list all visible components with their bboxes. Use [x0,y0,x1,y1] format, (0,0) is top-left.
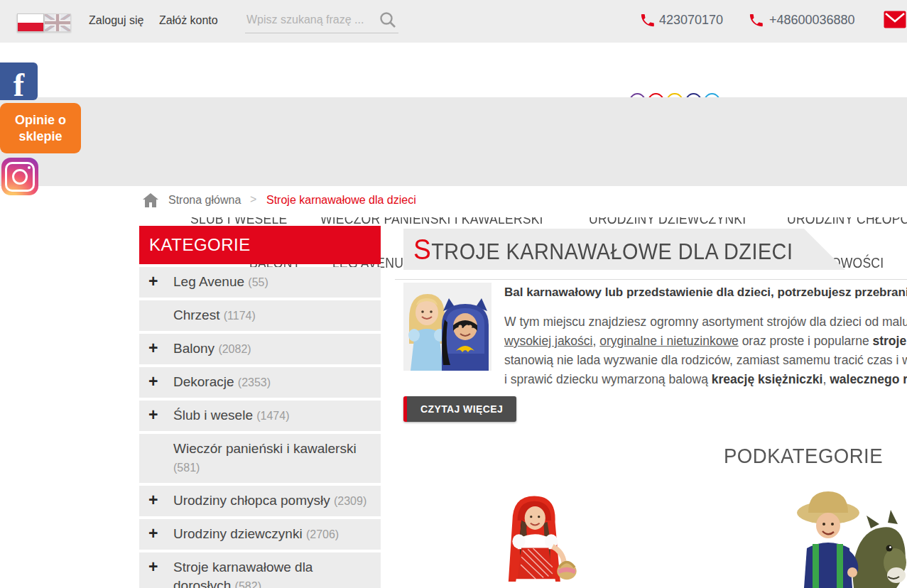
sidebar-item-slub-i-wesele[interactable]: + Ślub i wesele (1474) [139,401,381,431]
sidebar-item-urodziny-dziewczynki[interactable]: + Urodziny dziewczynki (2706) [139,519,381,550]
sidebar-item-dekoracje[interactable]: + Dekoracje (2353) [139,367,381,398]
category-label: Dekoracje [173,374,234,389]
expand-plus-icon[interactable]: + [148,524,158,543]
phone-icon [639,12,656,31]
breadcrumb: Strona główna > Stroje karnawałowe dla d… [0,186,907,217]
expand-plus-icon[interactable]: + [148,272,158,290]
category-label: Wieczór panieński i kawalerski [173,441,357,456]
search-box [245,9,398,33]
category-count: (582) [235,580,261,588]
sidebar-item-wieczor-panienski[interactable]: Wieczór panieński i kawalerski (581) [139,434,381,483]
expand-plus-icon[interactable]: + [148,557,158,576]
envelope-icon[interactable] [883,10,907,32]
intro-line: stanowią nie lada wyzwanie dla rodziców,… [504,351,907,370]
phone-number-2[interactable]: +48600036880 [769,13,855,28]
search-icon[interactable] [379,11,397,32]
underlined-link[interactable]: wysokiej jakości [504,334,592,348]
search-input[interactable] [245,9,376,31]
expand-plus-icon[interactable]: + [148,372,158,391]
page-title: Stroje karnawałowe dla dzieci [413,234,793,266]
sidebar-item-leg-avenue[interactable]: + Leg Avenue (55) [139,267,381,298]
category-label: Urodziny chłopca pomysły [173,493,330,508]
read-more-button[interactable]: CZYTAJ WIĘCEJ [403,396,516,422]
intro-line: W tym miejscu znajdziesz ogromny asortym… [504,312,907,332]
category-label: Balony [173,341,214,356]
intro-heading: Bal karnawałowy lub przedstawienie dla d… [504,285,907,300]
breadcrumb-current: Stroje karnawałowe dla dzieci [266,194,416,207]
expand-plus-icon[interactable]: + [148,405,158,424]
intro-text-block: Bal karnawałowy lub przedstawienie dla d… [504,284,907,389]
login-link[interactable]: Zaloguj się [89,14,143,27]
facebook-icon[interactable]: f [0,62,38,100]
category-count: (581) [173,462,200,474]
category-count: (1474) [256,410,289,422]
intro-line: wysokiej jakości, oryginalne i nietuzink… [504,332,907,351]
intro-line: i sprawić dziecku wymarzoną balową kreac… [504,370,907,389]
category-label: Ślub i wesele [173,408,253,423]
shop-reviews-badge[interactable]: Opinie o sklepie [0,103,81,153]
expand-plus-icon[interactable]: + [148,491,158,509]
categories-sidebar: Kategorie + Leg Avenue (55) Chrzest (117… [139,226,381,588]
register-link[interactable]: Załóż konto [159,14,218,27]
flag-uk-icon[interactable] [44,13,71,32]
top-bar: Zaloguj się Załóż konto 423070170 +48600… [0,0,907,43]
phone-icon [748,12,764,31]
sidebar-item-stroje-dorosli[interactable]: + Stroje karnawałowe dla dorosłych (582) [139,552,381,588]
main-navigation: ŚLUB I WESELE WIECZÓR PANIEŃSKI I KAWALE… [0,97,907,186]
underlined-link[interactable]: oryginalne i nietuzinkowe [599,334,739,348]
category-count: (1174) [224,310,256,322]
phone-number-1[interactable]: 423070170 [659,13,723,28]
breadcrumb-home-link[interactable]: Strona główna [168,194,241,207]
breadcrumb-chevron-icon: > [250,193,256,206]
category-label: Urodziny dziewczynki [173,526,303,541]
category-label: Leg Avenue [173,274,244,289]
home-icon[interactable] [142,192,159,211]
categories-header: Kategorie [139,226,381,264]
header-logo-band: N A S Z E P A R T Y [0,43,907,98]
category-count: (2082) [218,343,251,355]
category-label: Chrzest [173,307,219,322]
category-count: (2353) [238,376,271,388]
intro-image-kids-costumes [403,283,491,371]
page-title-banner: Stroje karnawałowe dla dzieci [403,229,845,270]
category-count: (2309) [334,495,366,507]
sidebar-item-urodziny-chlopca[interactable]: + Urodziny chłopca pomysły (2309) [139,486,381,516]
sidebar-item-balony[interactable]: + Balony (2082) [139,334,381,364]
subcategory-card-horse-rider[interactable] [776,489,907,588]
sidebar-item-chrzest[interactable]: Chrzest (1174) [139,300,381,331]
subcategories-title: PODKATEGORIE [724,445,883,468]
category-count: (55) [248,276,268,288]
subcategory-card-red-riding-hood[interactable] [480,484,594,588]
section-divider [395,279,907,280]
instagram-icon[interactable] [1,158,38,195]
expand-plus-icon[interactable]: + [148,339,158,357]
flag-poland-icon[interactable] [17,13,44,32]
category-count: (2706) [306,528,339,540]
